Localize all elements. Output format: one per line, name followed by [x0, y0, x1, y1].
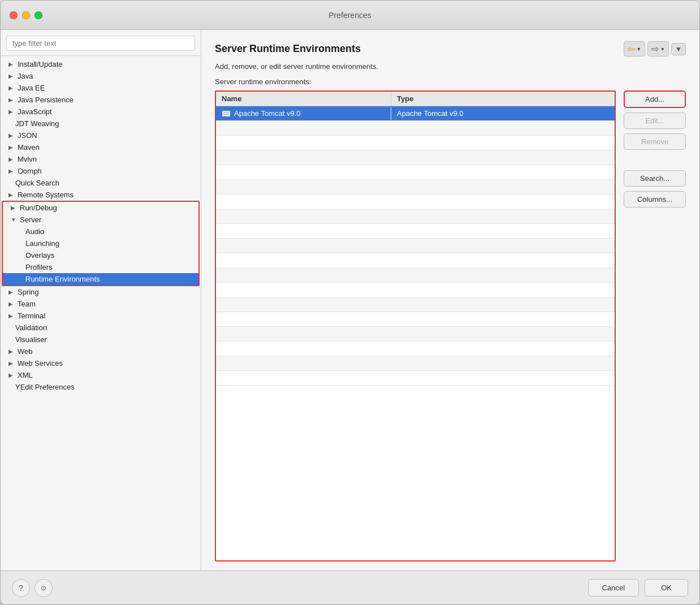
table-row-empty-15	[216, 327, 615, 342]
table-header: Name Type	[216, 92, 615, 106]
arrow-icon: ▶	[11, 205, 18, 211]
sidebar-item-maven[interactable]: ▶ Maven	[1, 141, 201, 153]
bottom-left-controls: ? ⊙	[12, 579, 53, 597]
arrow-icon: ▶	[8, 97, 15, 103]
sidebar-item-web[interactable]: ▶ Web	[1, 345, 201, 357]
sidebar-item-jdt-weaving[interactable]: JDT Weaving	[1, 118, 201, 129]
runtime-type: Apache Tomcat v9.0	[397, 109, 464, 118]
sidebar-item-javascript[interactable]: ▶ JavaScript	[1, 106, 201, 118]
panel-description: Add, remove, or edit server runtime envi…	[215, 62, 686, 71]
help-button[interactable]: ?	[12, 579, 30, 597]
table-row-empty-12	[216, 283, 615, 297]
window-controls	[10, 11, 42, 19]
arrow-icon: ▶	[8, 348, 15, 355]
bottom-right-controls: Cancel OK	[588, 579, 688, 597]
arrow-icon: ▶	[8, 61, 15, 67]
sidebar-item-remote-systems[interactable]: ▶ Remote Systems	[1, 189, 201, 201]
panel-title: Server Runtime Environments	[215, 43, 361, 55]
table-row[interactable]: Apache Tomcat v9.0 Apache Tomcat v9.0	[216, 106, 615, 121]
side-buttons: Add... Edit... Remove Search... Columns.…	[624, 90, 686, 561]
back-nav-button[interactable]: ⇦ ▼	[624, 41, 645, 57]
sidebar-item-web-services[interactable]: ▶ Web Services	[1, 357, 201, 369]
add-button[interactable]: Add...	[624, 90, 686, 108]
sidebar-item-mvlvn[interactable]: ▶ Mvlvn	[1, 153, 201, 165]
remove-button[interactable]: Remove	[624, 133, 686, 150]
help-icon: ?	[19, 584, 23, 593]
back-arrow-icon: ⇦	[628, 44, 635, 54]
sidebar-item-oomph[interactable]: ▶ Oomph	[1, 165, 201, 177]
sidebar-item-xml[interactable]: ▶ XML	[1, 369, 201, 381]
table-row-empty-9	[216, 239, 615, 253]
sidebar-item-spring[interactable]: ▶ Spring	[1, 286, 201, 298]
forward-nav-button[interactable]: ⇨ ▼	[647, 41, 669, 57]
table-row-empty-16	[216, 342, 615, 356]
arrow-icon: ▶	[8, 360, 15, 366]
cancel-button[interactable]: Cancel	[588, 579, 639, 597]
minimize-button[interactable]	[22, 11, 30, 19]
arrow-icon: ▼	[11, 217, 18, 223]
name-column-header: Name	[216, 92, 391, 106]
arrow-icon: ▶	[8, 168, 15, 174]
window-title: Preferences	[329, 11, 371, 20]
edit-button[interactable]: Edit...	[624, 113, 686, 129]
arrow-icon: ▶	[8, 85, 15, 91]
restore-defaults-button[interactable]: ⊙	[34, 579, 53, 597]
maximize-button[interactable]	[34, 11, 42, 19]
sidebar-item-team[interactable]: ▶ Team	[1, 298, 201, 310]
section-label: Server runtime environments:	[215, 77, 686, 86]
sidebar-item-json[interactable]: ▶ JSON	[1, 129, 201, 141]
sidebar-item-run-debug[interactable]: ▶ Run/Debug	[3, 202, 198, 214]
search-button[interactable]: Search...	[624, 170, 686, 187]
server-icon	[222, 109, 231, 118]
type-cell: Apache Tomcat v9.0	[391, 107, 615, 119]
view-dropdown-icon: ▼	[675, 45, 682, 53]
sidebar-item-java-persistence[interactable]: ▶ Java Persistence	[1, 94, 201, 106]
highlighted-server-group: ▶ Run/Debug ▼ Server Audio Launching Ove	[2, 201, 200, 286]
sidebar-item-java-ee[interactable]: ▶ Java EE	[1, 82, 201, 94]
bottom-bar: ? ⊙ Cancel OK	[1, 571, 699, 604]
preferences-window: Preferences ▶ Install/Update ▶ Java ▶	[0, 0, 700, 605]
sidebar-item-runtime-environments[interactable]: Runtime Environments	[3, 273, 198, 285]
name-cell: Apache Tomcat v9.0	[216, 107, 391, 120]
sidebar-item-profilers[interactable]: Profilers	[3, 261, 198, 273]
tree-area: ▶ Install/Update ▶ Java ▶ Java EE ▶ Java…	[1, 56, 201, 571]
sidebar-item-terminal[interactable]: ▶ Terminal	[1, 310, 201, 322]
sidebar-item-java[interactable]: ▶ Java	[1, 70, 201, 82]
runtime-name: Apache Tomcat v9.0	[234, 109, 301, 118]
sidebar-item-overlays[interactable]: Overlays	[3, 249, 198, 261]
arrow-icon: ▶	[8, 144, 15, 150]
table-row-empty-7	[216, 209, 615, 224]
arrow-icon: ▶	[8, 73, 15, 79]
filter-input[interactable]	[6, 36, 195, 51]
table-row-empty-3	[216, 150, 615, 165]
table-body: Apache Tomcat v9.0 Apache Tomcat v9.0	[216, 106, 615, 560]
arrow-icon: ▶	[8, 109, 15, 115]
sidebar-item-yedit[interactable]: YEdit Preferences	[1, 381, 201, 393]
columns-button[interactable]: Columns...	[624, 191, 686, 208]
arrow-icon: ▶	[8, 313, 15, 319]
table-row-empty-8	[216, 224, 615, 239]
content-area: ▶ Install/Update ▶ Java ▶ Java EE ▶ Java…	[1, 30, 699, 571]
table-with-buttons: Name Type	[215, 90, 686, 561]
sidebar-item-audio[interactable]: Audio	[3, 226, 198, 237]
table-row-empty-13	[216, 297, 615, 312]
nav-buttons: ⇦ ▼ ⇨ ▼ ▼	[624, 41, 686, 57]
arrow-icon: ▶	[8, 156, 15, 162]
back-dropdown-icon: ▼	[636, 46, 641, 52]
filter-wrap	[1, 30, 201, 56]
sidebar-item-server[interactable]: ▼ Server	[3, 214, 198, 226]
sidebar-item-validation[interactable]: Validation	[1, 322, 201, 334]
sidebar-item-install-update[interactable]: ▶ Install/Update	[1, 58, 201, 70]
svg-rect-2	[223, 114, 229, 115]
close-button[interactable]	[10, 11, 18, 19]
sidebar-item-launching[interactable]: Launching	[3, 237, 198, 249]
table-row-empty-6	[216, 195, 615, 209]
server-runtimes-table: Name Type	[215, 90, 616, 561]
sidebar-item-visualiser[interactable]: Visualiser	[1, 334, 201, 345]
ok-button[interactable]: OK	[645, 579, 688, 597]
arrow-icon: ▶	[8, 372, 15, 378]
arrow-icon: ▶	[8, 192, 15, 198]
view-menu-button[interactable]: ▼	[671, 43, 686, 55]
sidebar-item-quick-search[interactable]: Quick Search	[1, 177, 201, 189]
table-row-empty-10	[216, 253, 615, 268]
